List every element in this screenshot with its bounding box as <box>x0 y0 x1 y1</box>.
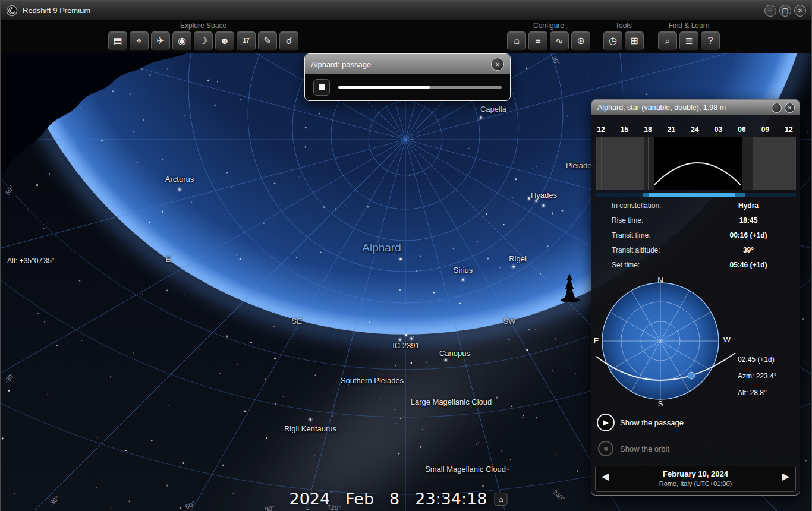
help-icon: ? <box>708 36 713 46</box>
object-label[interactable]: Hyades <box>531 191 557 200</box>
stop-playback-button[interactable] <box>313 79 330 96</box>
close-icon: × <box>798 7 802 14</box>
altitude-graph <box>596 137 796 190</box>
visibility-icon: ◉ <box>178 36 186 46</box>
passage-dialog-title: Alphard: passage <box>311 60 491 69</box>
info-panel-minimize-button[interactable]: − <box>772 103 782 113</box>
display-settings-icon: ≡ <box>535 36 540 46</box>
telescope-button[interactable]: ☌ <box>279 31 298 51</box>
handbook-button[interactable]: ≣ <box>679 31 698 51</box>
detail-value: 39° <box>743 246 754 254</box>
marker-altitude: Alt: 28.8° <box>738 389 767 397</box>
close-window-button[interactable]: × <box>794 5 806 17</box>
detail-label: Transit time: <box>612 231 651 239</box>
object-label[interactable]: Rigel <box>509 254 527 263</box>
app-window: Redshift 9 Premium −▢× Explore Space▤⌖✈◉… <box>0 0 812 511</box>
help-button[interactable]: ? <box>701 31 720 51</box>
detail-value: 18:45 <box>739 216 758 225</box>
time-axis-label: 06 <box>738 125 745 134</box>
edit-button[interactable]: ✎ <box>258 31 277 51</box>
telescope-icon: ☌ <box>286 36 292 46</box>
passage-progress-fill <box>338 86 430 89</box>
curves-button[interactable]: ∿ <box>550 31 569 51</box>
date-day[interactable]: 8 <box>389 490 399 508</box>
time-axis: 121518212403060912 <box>596 125 796 135</box>
direction-label: E <box>166 255 171 264</box>
calendar-icon: 17 <box>241 37 251 45</box>
date-month[interactable]: Feb <box>345 490 374 508</box>
time-axis-label: 03 <box>715 125 722 134</box>
time-axis-label: 15 <box>621 125 628 134</box>
time-of-day[interactable]: 23:34:18 <box>415 490 487 508</box>
object-label[interactable]: Canopus <box>439 349 470 358</box>
search-button[interactable]: ⌕ <box>658 31 677 51</box>
time-axis-label: 09 <box>761 125 769 134</box>
show-passage-label[interactable]: Show the passage <box>620 418 684 427</box>
curves-icon: ∿ <box>555 36 563 46</box>
add-panel-button[interactable]: ⊞ <box>625 31 644 51</box>
orbits-button[interactable]: ⊛ <box>571 31 590 51</box>
time-axis-label: 12 <box>597 125 605 134</box>
info-panel-title: Alphard, star (variable, double), 1.98 m <box>596 103 772 112</box>
datetime-display[interactable]: 2024 Feb 8 23:34:18 ⌂ <box>289 490 508 508</box>
maximize-icon: ▢ <box>782 7 788 14</box>
moon-phases-button[interactable]: ☽ <box>194 31 213 51</box>
detail-value: Hydra <box>738 201 759 210</box>
visibility-button[interactable]: ◉ <box>172 31 191 51</box>
toolbar-group: Tools◷⊞ <box>603 21 644 51</box>
passage-progress-slider[interactable] <box>338 86 502 89</box>
rocket-flight-button[interactable]: ✈ <box>151 31 170 51</box>
save-button[interactable]: ▤ <box>108 31 127 51</box>
visibility-bar <box>596 193 796 197</box>
play-icon: ▶ <box>603 418 608 427</box>
minimize-window-button[interactable]: − <box>764 5 776 17</box>
object-label[interactable]: Rigil Kentaurus <box>284 424 336 433</box>
show-orbit-label[interactable]: Show the orbit <box>620 444 669 453</box>
passage-dialog-header[interactable]: Alphard: passage × <box>305 54 510 74</box>
detail-label: Transit altitude: <box>612 246 660 254</box>
object-label[interactable]: Sirius <box>454 266 473 275</box>
detail-row: Set time:05:46 (+1d) <box>591 258 800 273</box>
toolbar-group-label: Find & Learn <box>658 21 720 31</box>
rocket-flight-icon: ✈ <box>156 36 164 46</box>
date-year[interactable]: 2024 <box>289 490 331 508</box>
toolbar: Explore Space▤⌖✈◉☽☻17✎☌Configure⌂≡∿⊛Tool… <box>1 20 811 53</box>
window-title: Redshift 9 Premium <box>23 6 90 15</box>
object-label[interactable]: Arcturus <box>165 175 194 184</box>
object-label[interactable]: IC 2391 <box>392 341 420 350</box>
toolbar-group: Find & Learn⌕≣? <box>658 21 720 51</box>
titlebar[interactable]: Redshift 9 Premium −▢× <box>1 1 811 20</box>
home-time-button[interactable]: ⌂ <box>494 493 507 506</box>
display-settings-button[interactable]: ≡ <box>528 31 547 51</box>
selected-object-label[interactable]: Alphard <box>362 241 401 254</box>
altitude-arc <box>654 163 741 185</box>
maximize-window-button[interactable]: ▢ <box>779 5 791 17</box>
passage-dialog-body <box>305 74 510 100</box>
show-orbit-button[interactable] <box>598 441 613 456</box>
object-label[interactable]: Capella <box>480 105 506 113</box>
home-view-button[interactable]: ⌂ <box>507 31 526 51</box>
show-passage-button[interactable]: ▶ <box>597 414 615 431</box>
time-axis-label: 21 <box>668 125 675 134</box>
info-panel-header[interactable]: Alphard, star (variable, double), 1.98 m… <box>591 100 800 115</box>
direction-label: SW <box>503 317 516 326</box>
location-button[interactable]: ⌖ <box>130 31 149 51</box>
close-icon: × <box>495 61 500 68</box>
passage-dialog-close-button[interactable]: × <box>491 58 504 71</box>
toolbar-group-label: Tools <box>603 21 644 31</box>
next-day-button[interactable]: ▶ <box>782 472 789 481</box>
search-icon: ⌕ <box>665 36 671 46</box>
direction-label: SE <box>291 317 301 326</box>
object-info-panel: Alphard, star (variable, double), 1.98 m… <box>591 99 800 496</box>
calendar-button[interactable]: 17 <box>237 31 256 51</box>
observer-button[interactable]: ☻ <box>215 31 234 51</box>
nav-date: February 10, 2024 <box>596 469 795 478</box>
time-settings-button[interactable]: ◷ <box>603 31 622 51</box>
info-panel-close-button[interactable]: × <box>785 103 795 113</box>
object-label[interactable]: Southern Pleiades <box>341 376 404 385</box>
object-label[interactable]: Small Magellanic Cloud <box>425 465 506 474</box>
toolbar-group-label: Configure <box>507 21 590 31</box>
save-icon: ▤ <box>113 36 122 46</box>
handbook-icon: ≣ <box>685 36 693 46</box>
object-label[interactable]: Large Magellanic Cloud <box>411 398 492 406</box>
